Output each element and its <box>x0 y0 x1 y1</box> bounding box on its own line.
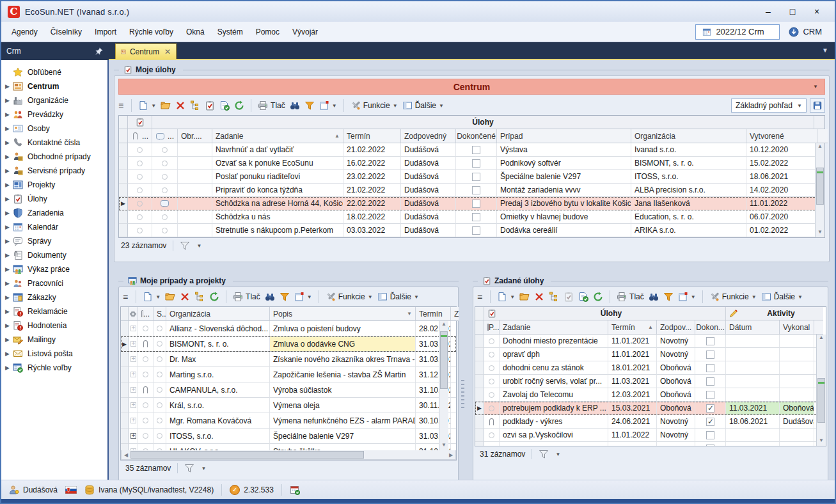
col-termin[interactable]: Termín▲ <box>608 320 657 335</box>
expand-arrow-icon[interactable]: ▶ <box>5 336 13 343</box>
pin-icon[interactable] <box>95 47 104 56</box>
filter-chevron-icon[interactable]: ▼ <box>196 243 201 249</box>
expand-arrow-icon[interactable]: ▶ <box>5 168 13 174</box>
col-attachment[interactable]: ... <box>138 307 154 321</box>
new-record-button[interactable]: ▼ <box>138 100 156 111</box>
expand-arrow-icon[interactable]: ▶ <box>5 308 13 315</box>
delete-button[interactable] <box>175 100 185 111</box>
menu-handle-icon[interactable]: ≡ <box>477 292 482 302</box>
table-row[interactable]: Schôdzka u nás 18.02.2022 Dudášová Omiet… <box>119 210 824 224</box>
open-button[interactable] <box>165 292 175 302</box>
table-row[interactable]: urobiť ročný servis, volať pr... 11.03.2… <box>475 375 826 388</box>
filter-button[interactable] <box>663 292 674 302</box>
minimize-button[interactable]: – <box>763 6 773 17</box>
sidebar-item[interactable]: ▶ Kalendár <box>1 220 107 234</box>
col-zadanie[interactable]: Zadanie <box>500 320 608 335</box>
search-button[interactable] <box>290 100 300 111</box>
table-row[interactable]: Poslať ponuku riaditeľovi 23.02.2022 Dud… <box>119 170 824 184</box>
menu-item[interactable]: Import <box>88 25 123 39</box>
col-datum[interactable]: Dátum <box>726 320 780 335</box>
filter-icon[interactable] <box>539 449 549 459</box>
dokoncene-cell[interactable] <box>456 170 497 184</box>
table-row[interactable]: Stretnutie s nákupcom p.Peterkom 03.03.2… <box>119 224 824 237</box>
table-row[interactable] <box>475 442 826 446</box>
scroll-thumb[interactable] <box>817 378 825 423</box>
checkbox[interactable] <box>472 213 480 221</box>
sidebar-item[interactable]: ▶ Reklamácie <box>1 304 107 319</box>
print-button[interactable]: Tlač <box>233 292 260 302</box>
horizontal-scrollbar[interactable]: ◀ ▶ <box>121 450 456 460</box>
expand-arrow-icon[interactable]: ▶ <box>5 139 13 146</box>
expand-plus-icon[interactable] <box>130 341 136 347</box>
menu-item[interactable]: Vývojár <box>286 25 324 39</box>
checkbox[interactable] <box>706 337 714 345</box>
expand-arrow-icon[interactable]: ▶ <box>5 182 13 188</box>
sidebar-item[interactable]: ▶ Organizácie <box>1 93 107 107</box>
col-dokon[interactable]: Dokon... <box>695 320 726 335</box>
print-button[interactable]: Tlač <box>617 292 644 302</box>
print-button[interactable]: Tlač <box>258 100 285 111</box>
search-button[interactable] <box>265 292 275 302</box>
table-row[interactable]: Ozvať sa k ponuke EcoSunu 16.02.2022 Dud… <box>119 157 824 170</box>
dokoncene-cell[interactable] <box>456 224 497 237</box>
filter-icon[interactable] <box>180 240 190 251</box>
table-row[interactable]: Král, s.r.o. Výmena oleja 30.11.2022 <box>121 398 456 413</box>
sidebar-item[interactable]: ▶ Projekty <box>1 178 107 192</box>
checkbox[interactable] <box>706 391 714 399</box>
expand-arrow-icon[interactable]: ▶ <box>5 294 13 301</box>
table-row[interactable]: Dohodni miesto prezentácie 11.01.2021 No… <box>475 335 826 348</box>
tree-view-button[interactable] <box>194 292 205 302</box>
sidebar-item[interactable]: ▶ Výkaz práce <box>1 262 107 276</box>
expand-arrow-icon[interactable]: ▶ <box>5 97 13 104</box>
scroll-up-icon[interactable]: ▲ <box>816 143 824 152</box>
refresh-button[interactable] <box>593 292 603 302</box>
sidebar-item[interactable]: ▶ Správy <box>1 234 107 248</box>
period-field[interactable]: 2022/12 Crm <box>695 24 780 40</box>
table-row[interactable]: BISMONT, s. r. o. Zmluva o dodávke CNG 3… <box>121 336 456 352</box>
expand-arrow-icon[interactable]: ▶ <box>5 350 13 357</box>
maximize-button[interactable]: □ <box>787 6 798 17</box>
more-button[interactable]: Ďalšie▼ <box>402 100 444 111</box>
dokon-cell[interactable] <box>695 388 726 402</box>
scroll-down-icon[interactable]: ▼ <box>817 437 826 446</box>
col-s[interactable]: S... <box>154 307 166 321</box>
table-row[interactable]: potrebujem podklady k ERP ... 15.03.2021… <box>475 402 826 415</box>
new-record-button[interactable]: ▼ <box>143 292 161 302</box>
table-row[interactable]: CAMPANULA, s.r.o. Výroba súčiastok 31.10… <box>121 382 456 398</box>
view-select[interactable]: Základný pohľad▼ <box>731 98 807 113</box>
col-obr[interactable]: Obr.... <box>178 129 212 143</box>
table-row[interactable]: opravť dph 11.01.2021 Novotný <box>475 348 826 361</box>
checkbox[interactable] <box>706 431 714 439</box>
expand-cell[interactable] <box>129 382 138 398</box>
checkbox[interactable] <box>472 200 480 208</box>
col-popis[interactable]: Popis▼ <box>270 307 416 321</box>
table-row[interactable]: ozvi sa p.Vyskočilovi 11.01.2022 Novotný <box>475 429 826 442</box>
expand-plus-icon[interactable] <box>130 402 136 408</box>
table-row[interactable]: Marting s.r.o. Zapožičanie lešenia - sta… <box>121 367 456 382</box>
checkbox[interactable] <box>706 350 714 359</box>
banner-chevron-icon[interactable]: ▼ <box>813 84 818 90</box>
sidebar-item[interactable]: ▶ Hodnotenia <box>1 319 107 333</box>
dokon-cell[interactable] <box>695 375 726 388</box>
menu-item[interactable]: Agendy <box>5 25 44 39</box>
checkbox[interactable] <box>472 226 480 235</box>
splitter-handle[interactable] <box>461 380 464 409</box>
sidebar-item[interactable]: ▶ Zariadenia <box>1 206 107 220</box>
new-record-button[interactable]: ▼ <box>497 292 515 302</box>
save-view-button[interactable] <box>810 98 825 113</box>
delete-button[interactable] <box>534 292 544 302</box>
scroll-down-icon[interactable]: ▼ <box>439 442 448 450</box>
scroll-right-icon[interactable]: ▶ <box>446 450 455 459</box>
search-button[interactable] <box>649 292 659 302</box>
refresh-button[interactable] <box>209 292 219 302</box>
expand-cell[interactable] <box>129 429 138 444</box>
col-organizacia[interactable]: Organizácia <box>166 307 270 321</box>
expand-plus-icon[interactable] <box>130 433 136 439</box>
dokoncene-cell[interactable] <box>456 143 497 157</box>
menu-handle-icon[interactable]: ≡ <box>123 292 128 302</box>
col-pripad[interactable]: Prípad <box>497 129 631 143</box>
menu-item[interactable]: Rýchle voľby <box>123 25 180 39</box>
filter-chevron-icon[interactable]: ▼ <box>201 466 206 471</box>
sidebar-item[interactable]: ▶ Centrum <box>1 79 107 93</box>
dokon-cell[interactable] <box>695 361 726 375</box>
